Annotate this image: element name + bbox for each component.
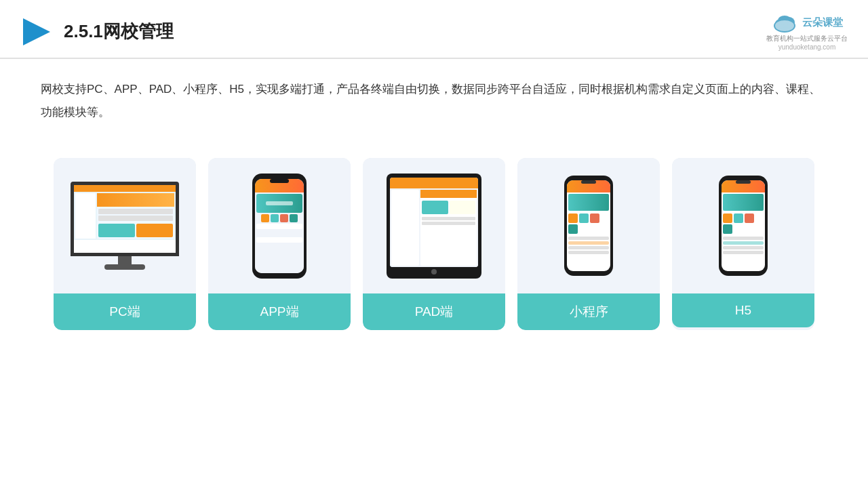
play-icon [20, 16, 53, 48]
h5-image-area [672, 158, 814, 293]
app-image-area [208, 158, 351, 293]
mini-phone-screen [567, 180, 610, 271]
h5-label: H5 [672, 293, 814, 327]
miniprogram-card: 小程序 [517, 158, 660, 330]
pad-image-area [363, 158, 505, 293]
pad-card: PAD端 [363, 158, 505, 330]
phone-notch [270, 179, 289, 183]
svg-marker-0 [23, 18, 50, 45]
pc-card: PC端 [54, 158, 196, 330]
logo-cloud: 云朵课堂 [771, 12, 843, 33]
miniprogram-image-area [517, 158, 660, 293]
pc-image-area [54, 158, 196, 293]
page-header: 2.5.1网校管理 云朵课堂 教育机构一站式服务云平台 yunduoketang… [0, 0, 868, 59]
logo-tagline: 教育机构一站式服务云平台 [766, 34, 848, 43]
logo-area: 云朵课堂 教育机构一站式服务云平台 yunduoketang.com [766, 12, 848, 51]
svg-point-5 [775, 20, 794, 31]
miniprogram-label: 小程序 [517, 293, 660, 330]
monitor-device [71, 182, 179, 270]
mini-phone-device [564, 176, 613, 276]
cards-container: PC端 [0, 138, 868, 330]
phone-screen [255, 179, 304, 273]
app-card: APP端 [208, 158, 351, 330]
logo-domain: yunduoketang.com [778, 43, 836, 51]
logo-name: 云朵课堂 [802, 16, 843, 29]
h5-phone-screen [722, 180, 765, 271]
mini-phone-body [564, 176, 613, 276]
app-label: APP端 [208, 293, 351, 330]
tablet-device [387, 174, 481, 279]
description-text: 网校支持PC、APP、PAD、小程序、H5，实现多端打通，产品各终端自由切换，数… [0, 59, 868, 131]
h5-card: H5 [672, 158, 814, 330]
pad-label: PAD端 [363, 293, 505, 330]
pc-label: PC端 [54, 293, 196, 330]
mini-phone-notch [581, 180, 596, 184]
h5-phone-notch [736, 180, 751, 184]
description-content: 网校支持PC、APP、PAD、小程序、H5，实现多端打通，产品各终端自由切换，数… [41, 83, 821, 119]
phone-device [252, 174, 307, 279]
cloud-logo-icon [771, 12, 798, 33]
phone-body [252, 174, 307, 279]
header-left: 2.5.1网校管理 [20, 16, 174, 48]
h5-phone-device [719, 176, 768, 276]
monitor-screen [71, 182, 179, 256]
h5-phone-body [719, 176, 768, 276]
page-title: 2.5.1网校管理 [64, 20, 174, 43]
tablet-screen [390, 178, 478, 268]
